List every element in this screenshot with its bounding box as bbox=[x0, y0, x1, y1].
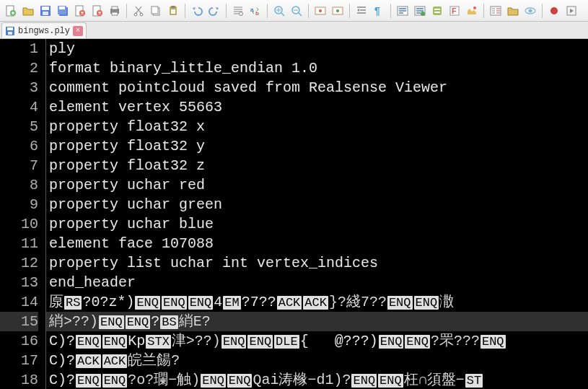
control-char: ENQ bbox=[201, 374, 226, 388]
code-line[interactable]: end_header bbox=[46, 273, 588, 292]
control-char: ENQ bbox=[99, 315, 124, 329]
control-char: ENQ bbox=[188, 296, 214, 310]
copy-button[interactable] bbox=[148, 3, 164, 19]
text-segment: 4 bbox=[214, 294, 222, 310]
control-char: BS bbox=[160, 315, 177, 329]
line-number-gutter: 123456789101112131415161718 bbox=[0, 39, 46, 389]
zoom-in-button[interactable] bbox=[271, 3, 287, 19]
tab-close-button[interactable]: × bbox=[73, 26, 83, 36]
word-wrap-button[interactable] bbox=[312, 3, 328, 19]
code-line[interactable]: format binary_little_endian 1.0 bbox=[46, 58, 588, 78]
show-func-list-icon bbox=[490, 5, 501, 17]
toolbar-separator bbox=[483, 4, 484, 18]
show-func-list-button[interactable] bbox=[488, 3, 504, 19]
user-define-button[interactable] bbox=[412, 3, 428, 19]
line-number: 7 bbox=[0, 156, 38, 175]
play-macro-icon bbox=[566, 5, 577, 17]
text-segment: C)? bbox=[49, 352, 75, 369]
code-line[interactable]: property uchar blue bbox=[46, 214, 588, 234]
code-line[interactable]: property uchar green bbox=[46, 195, 588, 214]
svg-rect-21 bbox=[171, 9, 175, 14]
toggle-fold-button[interactable]: F bbox=[447, 3, 462, 19]
code-line[interactable]: property float32 x bbox=[46, 117, 588, 136]
text-segment: 綃>??) bbox=[49, 313, 98, 330]
file-tab-bingws[interactable]: bingws.ply × bbox=[1, 22, 87, 38]
toolbar-separator bbox=[349, 4, 350, 18]
code-editor[interactable]: 123456789101112131415161718 plyformat bi… bbox=[0, 39, 588, 389]
line-number: 4 bbox=[0, 97, 38, 117]
line-number: 9 bbox=[0, 195, 38, 214]
svg-text:F: F bbox=[452, 6, 457, 15]
code-line[interactable]: element face 107088 bbox=[46, 234, 588, 253]
new-file-button[interactable] bbox=[3, 3, 19, 19]
doc-map-button[interactable] bbox=[464, 3, 480, 19]
code-line[interactable]: property list uchar int vertex_indices bbox=[46, 253, 588, 273]
paste-button[interactable] bbox=[165, 3, 181, 19]
indent-guide-icon bbox=[356, 5, 367, 17]
save-button[interactable] bbox=[38, 3, 53, 19]
code-line[interactable]: ply bbox=[46, 39, 588, 58]
show-all-chars-button[interactable] bbox=[330, 3, 346, 19]
find-button[interactable] bbox=[230, 3, 246, 19]
text-segment: 綃E? bbox=[179, 313, 211, 330]
code-line[interactable]: element vertex 55663 bbox=[46, 97, 588, 117]
close-all-button[interactable] bbox=[89, 3, 105, 19]
close-button[interactable] bbox=[72, 3, 88, 19]
zoom-out-button[interactable] bbox=[289, 3, 304, 19]
svg-text:b: b bbox=[255, 10, 259, 17]
line-number: 8 bbox=[0, 175, 38, 195]
cut-button[interactable] bbox=[131, 3, 146, 19]
open-folder-button[interactable] bbox=[505, 3, 521, 19]
code-line[interactable]: C)?ENQENQ?o?瓓−触)ENQENQQai涛橼−d1)?ENQENQ枉∩… bbox=[46, 370, 588, 389]
line-number: 14 bbox=[0, 292, 38, 312]
line-number: 11 bbox=[0, 234, 38, 253]
toolbar-separator bbox=[185, 4, 185, 18]
control-char: ENQ bbox=[481, 335, 506, 349]
control-char: ENQ bbox=[378, 374, 403, 388]
svg-rect-36 bbox=[434, 9, 440, 10]
control-char: ENQ bbox=[379, 335, 404, 349]
svg-rect-48 bbox=[8, 32, 12, 35]
open-file-button[interactable] bbox=[20, 3, 36, 19]
code-line[interactable]: 厡RS?0?z*)ENQENQENQ4EM?7??ACKACK}?綫7??ENQ… bbox=[46, 292, 588, 312]
control-char: ENQ bbox=[227, 374, 253, 388]
redo-button[interactable] bbox=[206, 3, 222, 19]
highlight-lang-button[interactable] bbox=[395, 3, 411, 19]
svg-text:¶: ¶ bbox=[374, 5, 380, 17]
show-symbol-icon: ¶ bbox=[373, 5, 385, 17]
eye-monitor-button[interactable] bbox=[522, 3, 538, 19]
svg-rect-13 bbox=[112, 6, 118, 9]
code-line[interactable]: property uchar red bbox=[46, 175, 588, 195]
save-icon bbox=[40, 5, 51, 17]
code-line[interactable]: property float32 z bbox=[46, 156, 588, 175]
code-line[interactable]: comment pointcloud saved from Realsense … bbox=[46, 78, 588, 97]
line-number: 2 bbox=[0, 58, 38, 78]
show-all-chars-icon bbox=[332, 5, 343, 17]
code-line[interactable]: 綃>??)ENQENQ?BS綃E? bbox=[46, 312, 588, 331]
user-define-icon bbox=[414, 5, 426, 17]
print-button[interactable] bbox=[107, 3, 123, 19]
control-char: RS bbox=[64, 296, 82, 310]
line-number: 6 bbox=[0, 136, 38, 156]
text-segment: ? bbox=[151, 313, 159, 330]
record-macro-button[interactable] bbox=[546, 3, 562, 19]
text-segment: ?o?瓓−触) bbox=[128, 372, 200, 388]
undo-button[interactable] bbox=[189, 3, 205, 19]
control-char: ENQ bbox=[102, 335, 128, 349]
toggle-fold-icon: F bbox=[449, 5, 460, 17]
fold-all-button[interactable] bbox=[429, 3, 445, 19]
find-replace-button[interactable]: ab bbox=[247, 3, 263, 19]
code-line[interactable]: C)?ACKACK皖兰餳? bbox=[46, 351, 588, 370]
play-macro-button[interactable] bbox=[563, 3, 579, 19]
text-segment: 皖兰餳? bbox=[128, 352, 180, 369]
svg-rect-47 bbox=[7, 27, 13, 30]
code-line[interactable]: C)?ENQENQKpSTX津>??)ENQENQDLE{ @???)ENQEN… bbox=[46, 331, 588, 351]
control-char: ENQ bbox=[76, 335, 101, 349]
indent-guide-button[interactable] bbox=[354, 3, 369, 19]
toolbar-separator bbox=[390, 4, 391, 18]
code-line[interactable]: property float32 y bbox=[46, 136, 588, 156]
show-symbol-button[interactable]: ¶ bbox=[371, 3, 387, 19]
save-all-button[interactable] bbox=[55, 3, 71, 19]
svg-point-40 bbox=[473, 6, 476, 9]
code-content[interactable]: plyformat binary_little_endian 1.0commen… bbox=[46, 39, 588, 389]
